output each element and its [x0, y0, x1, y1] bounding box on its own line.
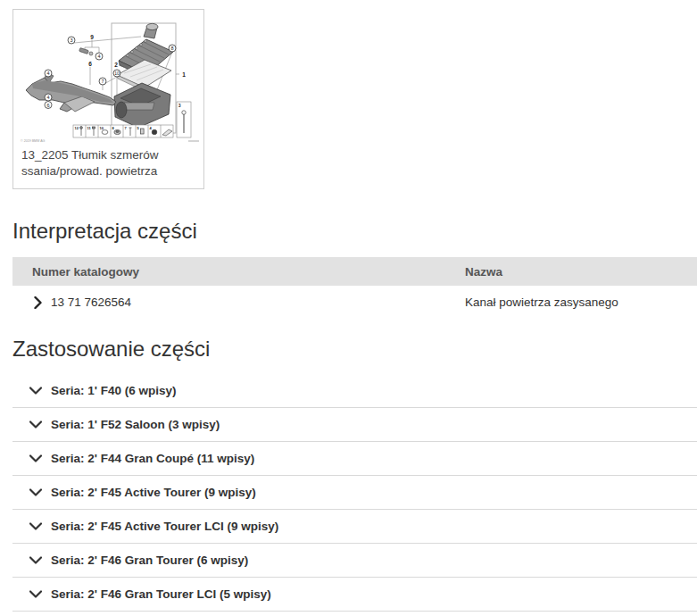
clip-part	[79, 48, 93, 55]
chevron-down-icon	[29, 387, 42, 395]
series-group-f46-gran-tourer-lci[interactable]: Seria: 2' F46 Gran Tourer LCI (5 wpisy)	[12, 578, 697, 612]
series-group-label: Seria: 2' F44 Gran Coupé (11 wpisy)	[51, 452, 254, 465]
callout-label: 6	[88, 61, 92, 67]
chevron-down-icon	[29, 590, 42, 598]
table-header-row: Numer katalogowy Nazwa	[12, 257, 697, 286]
chevron-down-icon	[29, 556, 42, 564]
callout-label: 8	[170, 46, 173, 51]
series-group-label: Seria: 1' F40 (6 wpisy)	[51, 384, 177, 397]
part-name: Kanał powietrza zasysanego	[465, 296, 697, 309]
part-number: 13 71 7626564	[51, 296, 131, 309]
callout-label: 4	[46, 95, 49, 100]
series-group-f46-gran-tourer[interactable]: Seria: 2' F46 Gran Tourer (6 wpisy)	[12, 544, 697, 578]
series-group-label: Seria: 2' F46 Gran Tourer (6 wpisy)	[51, 554, 248, 567]
chevron-down-icon	[29, 522, 42, 530]
fastener-strip: 12 11 10 8 7 5 4	[73, 125, 173, 137]
series-group-f40[interactable]: Seria: 1' F40 (6 wpisy)	[12, 374, 697, 408]
interpretation-table: Numer katalogowy Nazwa 13 71 7626564 Kan…	[12, 257, 697, 319]
callout-label: 7	[101, 79, 104, 84]
callout-label: 9	[90, 34, 94, 40]
diagram-caption-line1: 13_2205 Tłumik szmerów	[21, 147, 196, 163]
callout-label: 3	[70, 37, 72, 43]
series-group-f45-active-tourer[interactable]: Seria: 2' F45 Active Tourer (9 wpisy)	[12, 476, 697, 510]
diagram-copyright: © 2019 BMW AG	[21, 139, 46, 143]
part-table-row[interactable]: 13 71 7626564 Kanał powietrza zasysanego	[12, 286, 697, 319]
column-header-part-number: Numer katalogowy	[12, 265, 465, 279]
series-group-f45-active-tourer-lci[interactable]: Seria: 2' F45 Active Tourer LCI (9 wpisy…	[12, 510, 697, 544]
parts-diagram-image: 3 9 4 4 6 7 10	[13, 10, 203, 146]
column-header-name: Nazwa	[465, 265, 697, 279]
callout-label: 6	[46, 103, 49, 108]
diagram-caption-line2: ssania/prowad. powietrza	[21, 163, 196, 179]
series-group-label: Seria: 2' F45 Active Tourer LCI (9 wpisy…	[51, 520, 278, 533]
series-group-f52-saloon[interactable]: Seria: 1' F52 Saloon (3 wpisy)	[12, 408, 697, 442]
chevron-right-icon[interactable]	[34, 296, 42, 309]
parts-catalog-page: 3 9 4 4 6 7 10	[0, 0, 697, 612]
series-group-label: Seria: 1' F52 Saloon (3 wpisy)	[51, 418, 220, 431]
diagram-plate-code	[188, 140, 199, 142]
section-title-application: Zastosowanie części	[12, 337, 697, 362]
diagram-thumbnail-card[interactable]: 3 9 4 4 6 7 10	[12, 9, 204, 189]
chevron-down-icon	[29, 454, 42, 462]
callout-label: 1	[182, 71, 186, 78]
lower-housing	[114, 83, 170, 128]
callout-label: 4	[97, 54, 100, 59]
series-accordion: Seria: 1' F40 (6 wpisy) Seria: 1' F52 Sa…	[12, 374, 697, 612]
intake-snout	[144, 23, 158, 38]
callout-label: 4	[46, 71, 49, 76]
section-title-interpretation: Interpretacja części	[12, 219, 697, 244]
series-group-label: Seria: 2' F45 Active Tourer (9 wpisy)	[51, 486, 256, 499]
series-group-f44-gran-coupe[interactable]: Seria: 2' F44 Gran Coupé (11 wpisy)	[12, 442, 697, 476]
callout-label: 2	[114, 62, 118, 68]
bolt-box: 3	[177, 102, 191, 137]
diagram-caption: 13_2205 Tłumik szmerów ssania/prowad. po…	[13, 146, 203, 179]
callout-label: 10	[114, 71, 120, 76]
chevron-down-icon	[29, 488, 42, 496]
fastener-label: 10	[100, 126, 104, 130]
series-group-label: Seria: 2' F46 Gran Tourer LCI (5 wpisy)	[51, 587, 271, 601]
fastener-label: 12	[75, 126, 79, 130]
chevron-down-icon	[29, 420, 42, 429]
